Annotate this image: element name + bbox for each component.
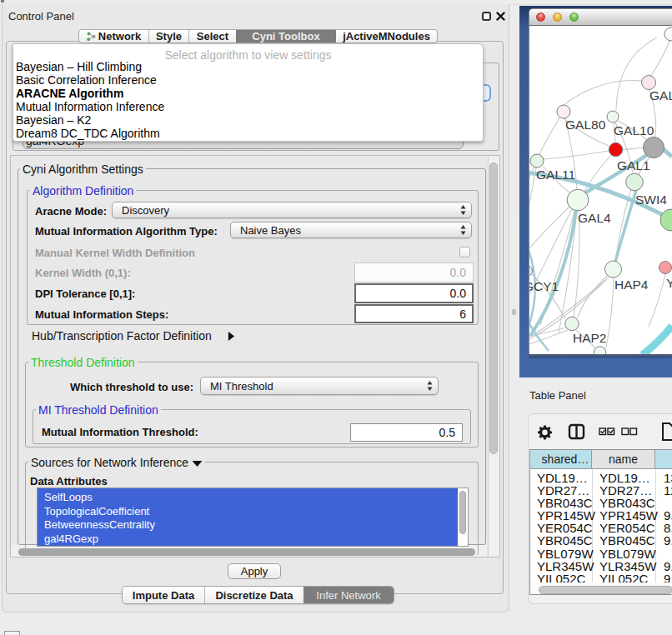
svg-text:Y: Y xyxy=(666,276,672,290)
svg-text:HAP2: HAP2 xyxy=(573,331,607,345)
svg-text:GAL10: GAL10 xyxy=(614,123,654,138)
svg-text:GCY1: GCY1 xyxy=(529,279,559,293)
svg-text:SWI4: SWI4 xyxy=(635,192,667,207)
svg-text:GAL11: GAL11 xyxy=(536,168,575,182)
svg-text:GAL4: GAL4 xyxy=(578,211,611,225)
svg-text:GAL7: GAL7 xyxy=(649,88,672,102)
svg-text:GAL1: GAL1 xyxy=(617,158,650,172)
svg-text:HAP4: HAP4 xyxy=(614,278,649,292)
svg-text:GAL80: GAL80 xyxy=(565,118,606,132)
